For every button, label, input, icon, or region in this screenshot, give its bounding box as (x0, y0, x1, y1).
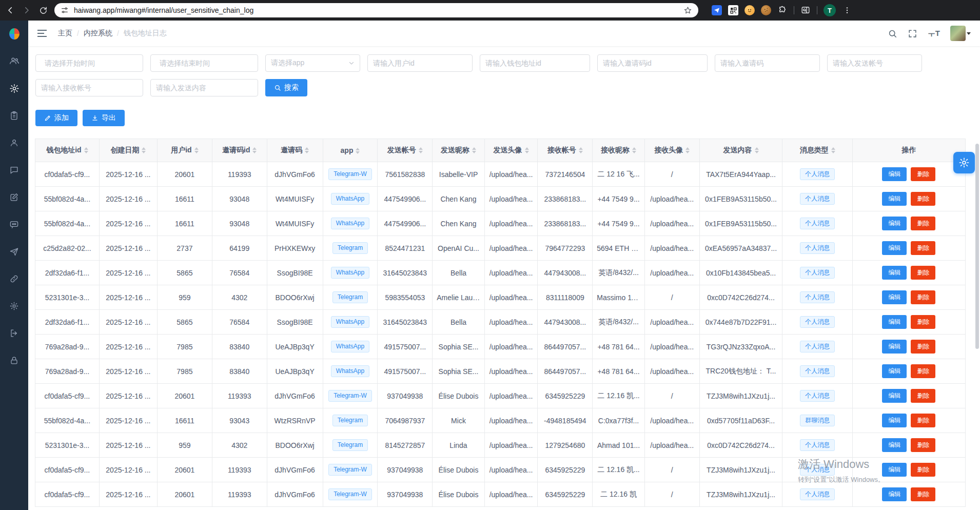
delete-button[interactable]: 删除 (911, 414, 935, 427)
logout-icon[interactable] (9, 328, 19, 338)
column-header[interactable]: 发送内容 (699, 139, 782, 162)
font-size-icon[interactable]: ㅜT (928, 29, 940, 38)
settings-icon[interactable] (9, 301, 19, 311)
column-header[interactable]: app (323, 139, 378, 162)
send-icon[interactable] (9, 246, 19, 257)
delete-button[interactable]: 删除 (911, 192, 935, 206)
app-logo-icon[interactable] (9, 29, 19, 39)
browser-profile-avatar[interactable]: T (824, 4, 836, 16)
column-header[interactable]: 邀请码id (212, 139, 267, 162)
collapse-menu-icon[interactable] (37, 30, 47, 37)
user-id-input[interactable] (373, 59, 467, 67)
sort-carets-icon[interactable] (472, 147, 476, 153)
lock-icon[interactable] (9, 355, 19, 365)
sort-carets-icon[interactable] (755, 147, 759, 153)
edit-button[interactable]: 编辑 (882, 340, 907, 354)
sort-carets-icon[interactable] (632, 147, 636, 153)
sort-carets-icon[interactable] (84, 147, 88, 153)
search-icon[interactable] (888, 29, 897, 38)
delete-button[interactable]: 删除 (911, 315, 935, 329)
delete-button[interactable]: 删除 (911, 266, 935, 280)
telegram-extension-icon[interactable] (712, 5, 722, 15)
search-button[interactable]: 搜索 (265, 79, 307, 96)
browser-menu-icon[interactable] (842, 5, 852, 15)
puzzle-extensions-icon[interactable] (777, 5, 788, 15)
delete-button[interactable]: 删除 (911, 389, 935, 403)
start-time-picker[interactable] (35, 54, 143, 72)
sort-carets-icon[interactable] (356, 148, 360, 154)
add-button[interactable]: 添加 (35, 110, 77, 126)
send-account-field[interactable] (827, 54, 922, 72)
column-header[interactable]: 创建日期 (99, 139, 157, 162)
send-content-input[interactable] (156, 84, 252, 92)
user-id-field[interactable] (367, 54, 473, 72)
side-panel-icon[interactable] (800, 5, 811, 15)
gear-icon[interactable] (9, 83, 19, 93)
cookie-extension-icon[interactable] (761, 5, 771, 15)
edit-button[interactable]: 编辑 (882, 192, 907, 206)
invite-id-input[interactable] (603, 59, 702, 67)
edit-button[interactable]: 编辑 (882, 463, 907, 477)
message-icon[interactable] (9, 219, 19, 229)
start-time-input[interactable] (45, 59, 138, 67)
delete-button[interactable]: 删除 (911, 290, 935, 304)
address-bar[interactable]: haiwang.app/miwang#/internal/user_sensit… (54, 3, 698, 17)
column-header[interactable]: 发送昵称 (433, 139, 485, 162)
user-icon[interactable] (9, 138, 19, 148)
recv-account-field[interactable] (35, 79, 143, 96)
invite-code-input[interactable] (720, 59, 814, 67)
column-header[interactable]: 发送头像 (484, 139, 538, 162)
breadcrumb-internal[interactable]: 内控系统 (84, 29, 112, 38)
edit-button[interactable]: 编辑 (882, 167, 907, 181)
column-header[interactable]: 接收头像 (644, 139, 699, 162)
send-account-input[interactable] (833, 59, 926, 67)
sort-carets-icon[interactable] (579, 147, 583, 153)
delete-button[interactable]: 删除 (911, 217, 935, 230)
sort-carets-icon[interactable] (252, 147, 257, 153)
bookmark-star-icon[interactable] (683, 6, 692, 15)
delete-button[interactable]: 删除 (911, 167, 935, 181)
emoji-extension-icon[interactable] (744, 5, 755, 15)
delete-button[interactable]: 删除 (911, 487, 935, 501)
sort-carets-icon[interactable] (194, 147, 199, 153)
chat-icon[interactable] (9, 165, 19, 175)
clipboard-icon[interactable] (9, 110, 19, 121)
sort-carets-icon[interactable] (831, 147, 835, 153)
export-button[interactable]: 导出 (83, 110, 125, 126)
column-header[interactable]: 消息类型 (782, 139, 852, 162)
delete-button[interactable]: 删除 (911, 364, 935, 378)
column-header[interactable]: 接收帐号 (538, 139, 593, 162)
edit-button[interactable]: 编辑 (882, 315, 907, 329)
sort-carets-icon[interactable] (305, 147, 309, 153)
edit-button[interactable]: 编辑 (882, 438, 907, 452)
url-text[interactable]: haiwang.app/miwang#/internal/user_sensit… (74, 6, 678, 14)
wallet-id-field[interactable] (480, 54, 590, 72)
send-content-field[interactable] (150, 79, 258, 96)
recv-account-input[interactable] (41, 84, 138, 92)
column-header[interactable]: 邀请码 (267, 139, 323, 162)
fullscreen-icon[interactable] (908, 29, 917, 38)
sort-carets-icon[interactable] (142, 147, 146, 153)
back-icon[interactable] (5, 5, 15, 15)
compose-icon[interactable] (9, 192, 19, 202)
end-time-input[interactable] (160, 59, 252, 67)
table-settings-button[interactable] (953, 152, 975, 173)
edit-button[interactable]: 编辑 (882, 414, 907, 427)
column-header[interactable]: 接收昵称 (593, 139, 645, 162)
column-header[interactable]: 发送帐号 (378, 139, 433, 162)
qr-extension-icon[interactable] (728, 5, 738, 15)
edit-button[interactable]: 编辑 (882, 290, 907, 304)
app-select[interactable]: 请选择app (265, 54, 360, 72)
sort-carets-icon[interactable] (525, 147, 529, 153)
delete-button[interactable]: 删除 (911, 438, 935, 452)
edit-button[interactable]: 编辑 (882, 487, 907, 501)
site-security-icon[interactable] (61, 6, 69, 14)
link-icon[interactable] (9, 273, 19, 284)
wallet-id-input[interactable] (485, 59, 584, 67)
delete-button[interactable]: 删除 (911, 340, 935, 354)
invite-id-field[interactable] (597, 54, 708, 72)
sort-carets-icon[interactable] (419, 147, 423, 153)
edit-button[interactable]: 编辑 (882, 217, 907, 230)
invite-code-field[interactable] (715, 54, 820, 72)
user-avatar[interactable] (950, 26, 971, 41)
